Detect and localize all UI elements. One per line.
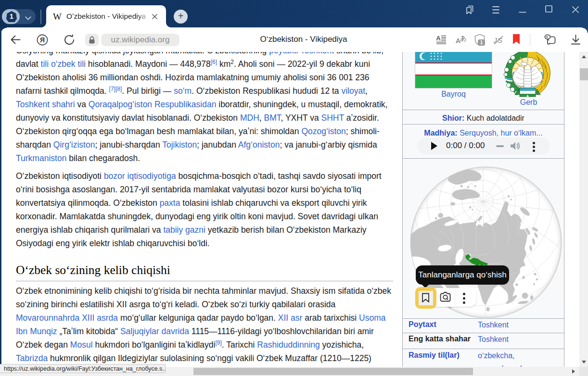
- svg-text:1: 1: [480, 40, 483, 45]
- svg-text:Я: Я: [40, 36, 45, 44]
- svg-text:あ: あ: [460, 35, 466, 42]
- svg-text:A: A: [436, 35, 441, 42]
